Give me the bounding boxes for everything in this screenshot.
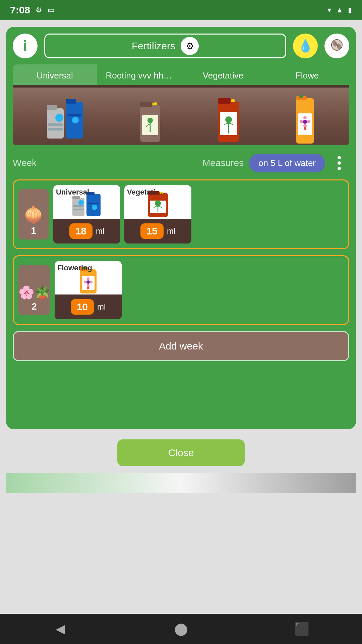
settings-icon: ⚙ [36,6,42,14]
seeds-button[interactable] [324,34,349,58]
shelf-item-vegetative[interactable] [215,95,242,145]
controls-row: Week Measures on 5 L of water [13,153,349,173]
shelf-item-rooting[interactable] [137,95,164,145]
fert-unit-universal: ml [96,226,104,236]
svg-point-52 [87,284,89,287]
fert-amount-area-universal: 18 ml [53,219,120,244]
wifi-icon: ▾ [327,6,331,14]
week-2-number: 2 [32,301,37,312]
water-icon: 💧 [298,39,313,53]
svg-point-26 [303,120,307,124]
svg-point-21 [225,116,232,123]
close-button[interactable]: Close [117,439,245,466]
fert-amount-area-vegetative: 15 ml [124,219,191,244]
svg-point-45 [155,200,161,206]
svg-rect-40 [88,203,99,204]
fert-img-area-vegetative: Vegetati… [124,185,191,219]
svg-point-27 [303,116,307,119]
svg-point-39 [92,205,97,210]
svg-rect-4 [47,105,57,110]
signal-icon: ▲ [336,6,343,14]
recents-button[interactable]: ⬛ [288,615,315,642]
water-button[interactable]: 💧 [293,34,318,58]
shelf-tab-vegetative[interactable]: Vegetative [181,64,265,85]
shelf-tab-flowering[interactable]: Flowe [265,64,349,85]
status-time: 7:08 [10,4,30,16]
svg-point-50 [86,280,90,284]
svg-point-54 [90,281,93,283]
week-2-icon: 🌸🪴 [18,285,50,300]
svg-point-31 [304,127,306,130]
add-week-button[interactable]: Add week [13,331,349,361]
svg-point-10 [72,117,79,123]
svg-point-28 [303,124,307,127]
svg-point-51 [87,277,89,280]
svg-rect-34 [73,205,84,207]
shelf-tab-universal[interactable]: Universal [13,64,97,85]
seeds-icon [330,38,344,54]
fert-amount-universal: 18 [69,223,93,239]
week-label: Week [13,158,202,168]
fert-amount-vegetative: 15 [140,223,164,239]
week-1-number: 1 [31,225,36,236]
dot1 [338,156,341,159]
fert-item-vegetative[interactable]: Vegetati… 15 ml [124,185,191,244]
shelf-item-universal[interactable] [45,95,85,145]
fertilizers-button[interactable]: Fertilizers ⚙ [44,34,286,58]
svg-rect-13 [140,102,152,107]
more-options-button[interactable] [329,153,349,173]
fert-amount-flowering: 10 [71,299,94,315]
week-card-2: 🌸🪴 2 Flowering [13,255,349,325]
week-2-fertilizers: Flowering 10 [55,261,344,319]
status-bar: 7:08 ⚙ ▭ ▾ ▲ ▮ [0,0,362,20]
bottom-nav: ◀ ⬤ ⬛ [0,614,362,644]
battery-icon: ▮ [348,6,352,14]
week-1-number-box: 🧅 1 [18,189,49,239]
back-button[interactable]: ◀ [47,615,74,642]
svg-point-55 [87,287,89,289]
fert-img-area-flowering: Flowering [55,261,122,294]
svg-rect-11 [67,114,81,116]
fert-amount-area-flowering: 10 ml [55,294,122,319]
svg-point-36 [78,200,84,205]
week-1-fertilizers: Universal 18 ml [53,185,344,244]
home-button[interactable]: ⬤ [168,615,194,642]
fert-img-area-universal: Universal [53,185,120,219]
shelf-tabs: Universal Rooting vvv hh… Vegetative Flo… [13,64,349,85]
fert-name-vegetative: Vegetati… [127,188,163,197]
week-card-1: 🧅 1 Universal [13,179,349,249]
shelf-items [13,85,349,145]
svg-point-30 [307,120,310,123]
gear-icon: ⚙ [181,37,199,55]
svg-point-53 [84,281,86,283]
header-row: i Fertilizers ⚙ 💧 [13,34,349,58]
fert-unit-flowering: ml [97,302,106,312]
week-2-number-box: 🌸🪴 2 [18,265,50,315]
svg-point-16 [147,118,153,123]
sim-icon: ▭ [48,6,55,14]
svg-rect-24 [299,95,303,98]
info-button[interactable]: i [13,34,38,58]
svg-rect-35 [73,209,84,210]
fertilizer-shelf: Universal Rooting vvv hh… Vegetative Flo… [13,64,349,145]
svg-rect-5 [48,123,63,126]
svg-point-7 [55,114,63,122]
measures-label: Measures [202,158,244,168]
dot3 [338,167,341,170]
fert-name-flowering: Flowering [57,264,92,272]
fert-name-universal: Universal [56,188,89,197]
main-card: i Fertilizers ⚙ 💧 Universal Rootin [6,27,356,429]
svg-point-29 [300,120,303,123]
shelf-tab-rooting[interactable]: Rooting vvv hh… [97,64,181,85]
svg-rect-6 [48,128,63,130]
fert-item-flowering[interactable]: Flowering 10 [55,261,122,319]
svg-rect-18 [218,98,231,104]
preview-bar [6,473,356,493]
measures-badge[interactable]: on 5 L of water [249,154,325,172]
shelf-item-flowering[interactable] [293,95,317,145]
fert-unit-vegetative: ml [167,226,175,236]
svg-rect-9 [66,99,76,104]
week-1-icon: 🧅 [23,205,44,224]
fert-item-universal[interactable]: Universal 18 ml [53,185,120,244]
fertilizers-label: Fertilizers [132,40,175,52]
